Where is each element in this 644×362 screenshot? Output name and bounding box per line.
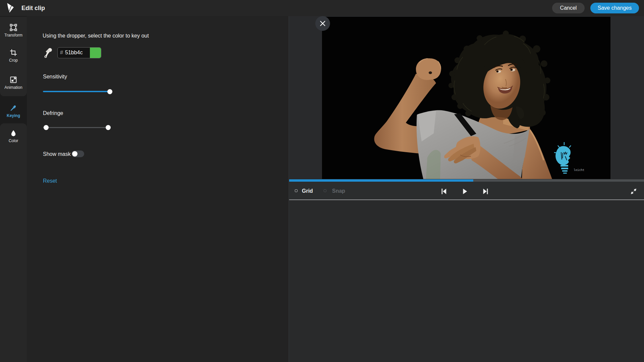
svg-text:leicht: leicht [574, 169, 584, 172]
